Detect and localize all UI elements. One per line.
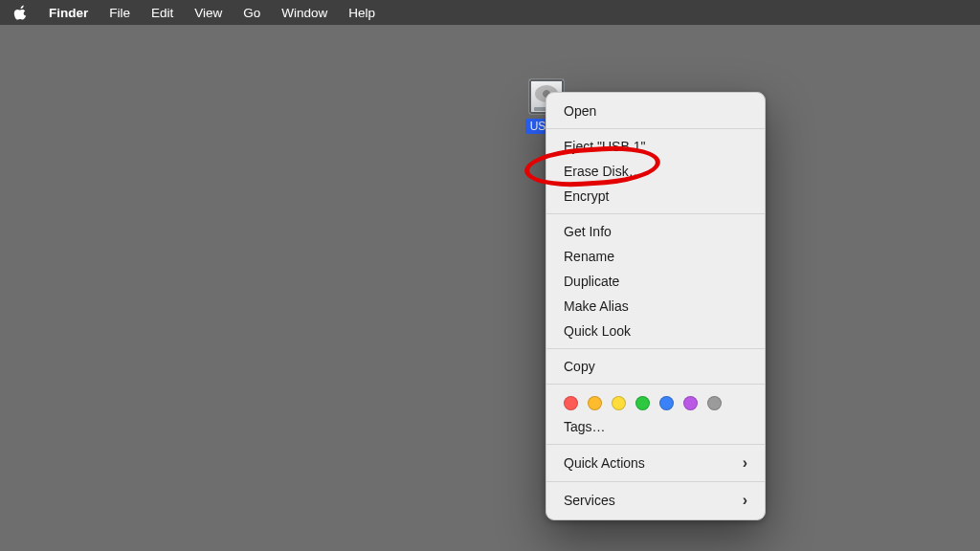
ctx-separator	[546, 481, 765, 482]
menubar-item-file[interactable]: File	[109, 6, 130, 20]
menubar-item-view[interactable]: View	[194, 6, 222, 20]
tag-dot-red[interactable]	[564, 396, 578, 410]
tag-dot-orange[interactable]	[588, 396, 602, 410]
ctx-item-encrypt[interactable]: Encrypt	[546, 184, 765, 209]
ctx-item-label: Quick Look	[564, 323, 631, 339]
ctx-separator	[546, 384, 765, 385]
ctx-item-label: Eject "USB 1"	[564, 139, 645, 154]
ctx-item-make-alias[interactable]: Make Alias	[546, 294, 765, 319]
ctx-item-erase-disk[interactable]: Erase Disk…	[546, 159, 765, 184]
ctx-item-label: Copy	[564, 359, 595, 374]
tag-dot-gray[interactable]	[707, 396, 722, 410]
menubar-app-name[interactable]: Finder	[49, 6, 88, 20]
ctx-separator	[546, 444, 765, 445]
ctx-item-label: Duplicate	[564, 274, 619, 289]
ctx-item-quick-look[interactable]: Quick Look	[546, 319, 765, 343]
ctx-separator	[546, 348, 765, 349]
ctx-item-eject[interactable]: Eject "USB 1"	[546, 134, 765, 159]
chevron-right-icon: ›	[743, 492, 747, 509]
ctx-item-quick-actions[interactable]: Quick Actions ›	[546, 450, 765, 476]
ctx-separator	[546, 128, 765, 129]
tag-dot-purple[interactable]	[683, 396, 698, 410]
ctx-item-copy[interactable]: Copy	[546, 354, 765, 379]
ctx-item-label: Quick Actions	[564, 455, 645, 471]
ctx-item-tags[interactable]: Tags…	[546, 414, 765, 439]
menubar-item-edit[interactable]: Edit	[151, 6, 173, 20]
menubar-item-go[interactable]: Go	[243, 6, 260, 20]
ctx-item-rename[interactable]: Rename	[546, 244, 765, 269]
apple-logo-icon[interactable]	[13, 5, 28, 20]
ctx-item-open[interactable]: Open	[546, 99, 765, 123]
tag-dot-green[interactable]	[635, 396, 650, 410]
ctx-item-label: Services	[564, 493, 615, 508]
ctx-item-duplicate[interactable]: Duplicate	[546, 269, 765, 294]
ctx-separator	[546, 213, 765, 214]
ctx-item-label: Make Alias	[564, 298, 629, 314]
ctx-item-label: Tags…	[564, 419, 606, 434]
ctx-item-label: Erase Disk…	[564, 164, 642, 179]
ctx-item-services[interactable]: Services ›	[546, 487, 765, 514]
ctx-item-label: Open	[564, 103, 596, 119]
chevron-right-icon: ›	[743, 454, 747, 472]
ctx-item-get-info[interactable]: Get Info	[546, 219, 765, 244]
ctx-tag-colors	[546, 389, 765, 414]
context-menu: Open Eject "USB 1" Erase Disk… Encrypt G…	[546, 92, 766, 520]
tag-dot-blue[interactable]	[659, 396, 674, 410]
menubar: Finder File Edit View Go Window Help	[0, 0, 980, 25]
ctx-item-label: Encrypt	[564, 188, 609, 204]
menubar-item-help[interactable]: Help	[348, 6, 375, 20]
ctx-item-label: Rename	[564, 249, 614, 264]
ctx-item-label: Get Info	[564, 224, 612, 239]
tag-dot-yellow[interactable]	[612, 396, 626, 410]
menubar-item-window[interactable]: Window	[281, 6, 327, 20]
